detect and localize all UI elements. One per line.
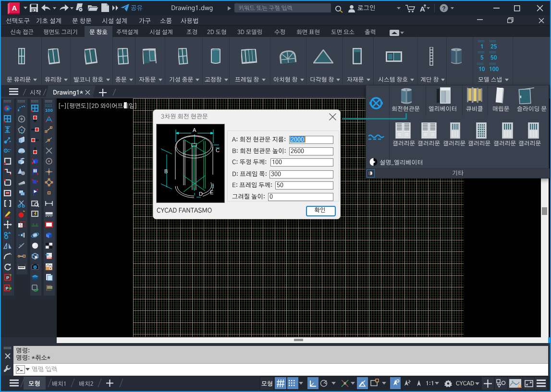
svg-text:A: A xyxy=(193,127,196,133)
svg-text:E: E xyxy=(210,190,213,195)
svg-text:A: A xyxy=(12,4,17,12)
svg-text:B: B xyxy=(164,168,168,174)
svg-text:WMF: WMF xyxy=(47,257,52,259)
svg-text:100: 100 xyxy=(45,107,52,113)
svg-text:?: ? xyxy=(442,5,445,12)
svg-text:!: ! xyxy=(519,384,520,388)
svg-text:A: A xyxy=(420,5,425,13)
svg-text:P: P xyxy=(5,286,8,291)
svg-text:D: D xyxy=(199,191,203,197)
svg-text:P: P xyxy=(6,275,9,280)
svg-text:C: C xyxy=(216,147,220,153)
